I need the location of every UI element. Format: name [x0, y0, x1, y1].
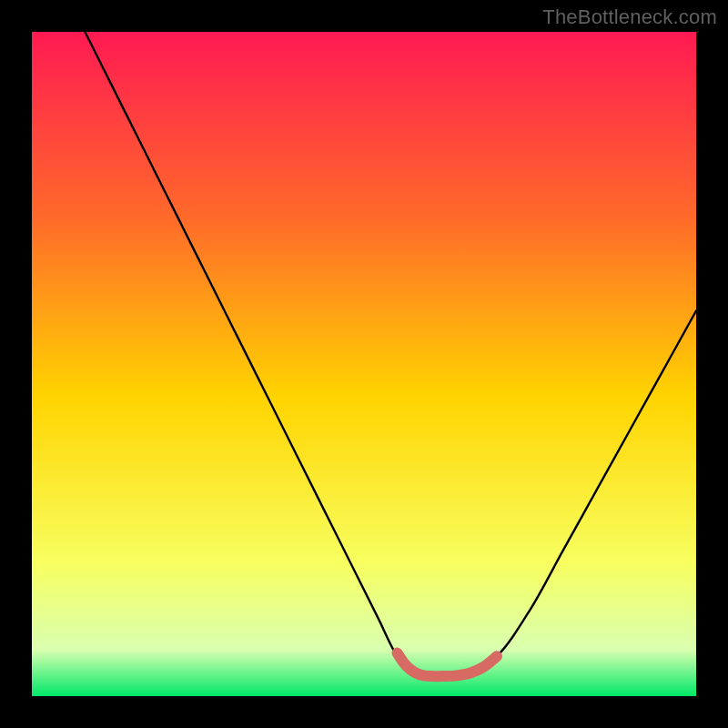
plot-area: [32, 32, 696, 696]
chart-svg: [32, 32, 696, 696]
chart-frame: TheBottleneck.com: [0, 0, 728, 728]
watermark-text: TheBottleneck.com: [542, 5, 717, 29]
gradient-background: [32, 32, 696, 696]
